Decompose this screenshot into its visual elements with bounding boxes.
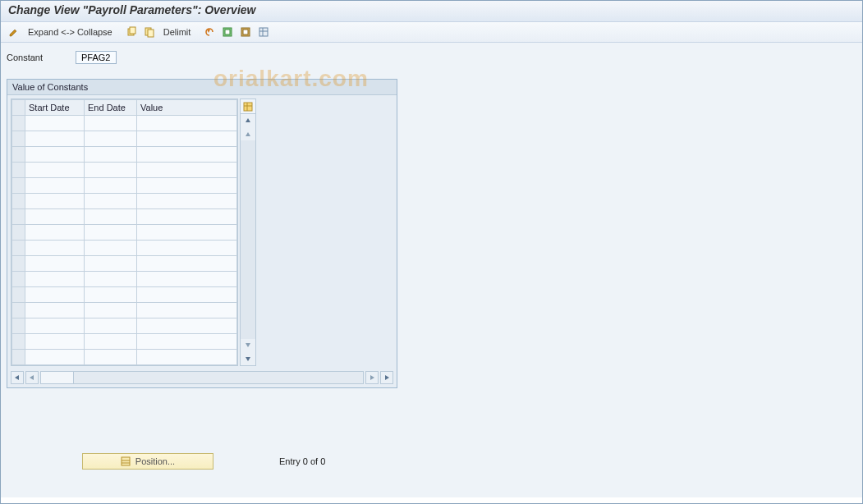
row-selector[interactable] — [12, 318, 25, 334]
cell-end-date[interactable] — [85, 318, 137, 334]
cell-end-date[interactable] — [85, 178, 137, 194]
cell-value[interactable] — [137, 131, 237, 147]
vscroll-track[interactable] — [241, 140, 255, 339]
vertical-scrollbar[interactable] — [240, 99, 256, 366]
cell-value[interactable] — [137, 303, 237, 318]
cell-start-date[interactable] — [25, 131, 85, 147]
cell-end-date[interactable] — [85, 241, 137, 256]
row-selector[interactable] — [12, 272, 25, 287]
row-selector[interactable] — [12, 256, 25, 272]
cell-end-date[interactable] — [85, 256, 137, 272]
scroll-right-icon[interactable] — [380, 371, 393, 384]
table-row[interactable] — [12, 209, 237, 225]
table-row[interactable] — [12, 287, 237, 303]
cell-end-date[interactable] — [85, 272, 137, 287]
cell-end-date[interactable] — [85, 131, 137, 147]
cell-start-date[interactable] — [25, 318, 85, 334]
expand-collapse-button[interactable]: Expand <-> Collapse — [25, 27, 116, 37]
cell-start-date[interactable] — [25, 241, 85, 256]
row-selector[interactable] — [12, 209, 25, 225]
cell-start-date[interactable] — [25, 147, 85, 163]
hscroll-track[interactable] — [40, 371, 364, 384]
cell-start-date[interactable] — [25, 209, 85, 225]
row-selector[interactable] — [12, 178, 25, 194]
deselect-all-icon[interactable] — [238, 25, 253, 39]
copy-icon[interactable] — [124, 25, 139, 39]
row-selector[interactable] — [12, 194, 25, 209]
cell-value[interactable] — [137, 256, 237, 272]
scroll-up-icon[interactable] — [241, 114, 255, 127]
row-selector[interactable] — [12, 350, 25, 365]
cell-value[interactable] — [137, 116, 237, 131]
table-row[interactable] — [12, 303, 237, 318]
cell-start-date[interactable] — [25, 350, 85, 365]
cell-start-date[interactable] — [25, 194, 85, 209]
scroll-down-step-icon[interactable] — [241, 339, 255, 352]
horizontal-scrollbar[interactable] — [7, 369, 397, 387]
table-row[interactable] — [12, 131, 237, 147]
table-row[interactable] — [12, 178, 237, 194]
cell-value[interactable] — [137, 178, 237, 194]
copy-as-icon[interactable] — [142, 25, 157, 39]
col-end-date[interactable]: End Date — [85, 100, 137, 116]
select-all-icon[interactable] — [220, 25, 235, 39]
row-selector[interactable] — [12, 241, 25, 256]
cell-value[interactable] — [137, 209, 237, 225]
table-row[interactable] — [12, 334, 237, 350]
delimit-button[interactable]: Delimit — [160, 27, 195, 37]
cell-end-date[interactable] — [85, 287, 137, 303]
table-config-icon[interactable] — [241, 99, 255, 114]
cell-value[interactable] — [137, 163, 237, 178]
row-selector[interactable] — [12, 131, 25, 147]
cell-value[interactable] — [137, 194, 237, 209]
cell-end-date[interactable] — [85, 163, 137, 178]
undo-icon[interactable] — [202, 25, 217, 39]
table-row[interactable] — [12, 116, 237, 131]
table-row[interactable] — [12, 194, 237, 209]
table-row[interactable] — [12, 147, 237, 163]
cell-start-date[interactable] — [25, 256, 85, 272]
table-row[interactable] — [12, 256, 237, 272]
cell-start-date[interactable] — [25, 116, 85, 131]
cell-value[interactable] — [137, 350, 237, 365]
table-row[interactable] — [12, 272, 237, 287]
cell-end-date[interactable] — [85, 303, 137, 318]
cell-value[interactable] — [137, 287, 237, 303]
table-row[interactable] — [12, 225, 237, 241]
hscroll-thumb[interactable] — [41, 372, 74, 383]
position-button[interactable]: Position... — [82, 453, 213, 470]
cell-start-date[interactable] — [25, 163, 85, 178]
cell-end-date[interactable] — [85, 334, 137, 350]
table-row[interactable] — [12, 163, 237, 178]
scroll-right-step-icon[interactable] — [365, 371, 379, 384]
row-selector[interactable] — [12, 147, 25, 163]
table-settings-icon[interactable] — [256, 25, 271, 39]
table-row[interactable] — [12, 350, 237, 365]
col-start-date[interactable]: Start Date — [25, 100, 85, 116]
scroll-up-step-icon[interactable] — [241, 127, 255, 140]
cell-value[interactable] — [137, 334, 237, 350]
cell-start-date[interactable] — [25, 287, 85, 303]
cell-end-date[interactable] — [85, 225, 137, 241]
scroll-down-icon[interactable] — [241, 352, 255, 365]
row-selector[interactable] — [12, 303, 25, 318]
constants-table[interactable]: Start Date End Date Value — [11, 99, 238, 366]
cell-end-date[interactable] — [85, 350, 137, 365]
cell-start-date[interactable] — [25, 272, 85, 287]
cell-value[interactable] — [137, 225, 237, 241]
table-row[interactable] — [12, 318, 237, 334]
row-selector[interactable] — [12, 116, 25, 131]
cell-start-date[interactable] — [25, 303, 85, 318]
row-selector[interactable] — [12, 287, 25, 303]
cell-end-date[interactable] — [85, 209, 137, 225]
scroll-left-step-icon[interactable] — [25, 371, 39, 384]
cell-value[interactable] — [137, 272, 237, 287]
row-selector[interactable] — [12, 225, 25, 241]
cell-value[interactable] — [137, 241, 237, 256]
cell-start-date[interactable] — [25, 334, 85, 350]
cell-start-date[interactable] — [25, 225, 85, 241]
edit-icon[interactable] — [7, 25, 21, 39]
col-value[interactable]: Value — [137, 100, 237, 116]
cell-start-date[interactable] — [25, 178, 85, 194]
row-selector[interactable] — [12, 334, 25, 350]
